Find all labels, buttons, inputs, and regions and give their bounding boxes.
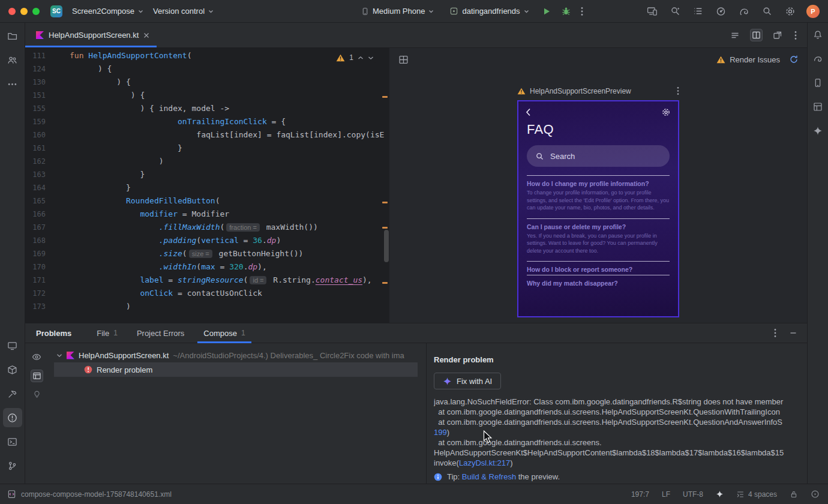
split-editor-button[interactable] bbox=[750, 29, 763, 41]
statusbar-file-widget[interactable]: compose-compose-model-1758748140651.xml bbox=[7, 490, 172, 499]
indent-widget[interactable]: 4 spaces bbox=[736, 490, 777, 499]
code-editor[interactable]: 111fun HelpAndSupportContent(124 ) {130 … bbox=[25, 48, 389, 323]
editor-tab[interactable]: HelpAndSupportScreen.kt bbox=[25, 23, 157, 47]
faq-question[interactable]: Can I pause or delete my profile? bbox=[527, 223, 670, 230]
caret-position-widget[interactable]: 197:7 bbox=[631, 490, 649, 499]
chevron-down-icon[interactable] bbox=[56, 353, 62, 358]
line-separator-widget[interactable]: LF bbox=[662, 490, 670, 499]
inspection-highlight-widget[interactable] bbox=[811, 490, 820, 499]
phone-preview[interactable]: FAQ Search How do I change my profile in… bbox=[517, 100, 679, 317]
minimize-window-button[interactable] bbox=[20, 8, 28, 15]
ai-search-button[interactable] bbox=[668, 4, 682, 18]
editor-scrollbar-thumb[interactable] bbox=[384, 230, 389, 262]
preview-card-header[interactable]: HelpAndSupportScreenPreview bbox=[517, 86, 679, 95]
tab-project-errors[interactable]: Project Errors bbox=[127, 323, 194, 343]
warning-stripe-mark[interactable] bbox=[382, 202, 388, 203]
code-area[interactable]: 111fun HelpAndSupportContent(124 ) {130 … bbox=[25, 48, 389, 313]
stack-link[interactable]: LazyDsl.kt:217 bbox=[459, 458, 510, 467]
code-line[interactable]: 161 } bbox=[25, 142, 389, 155]
fix-with-ai-button[interactable]: Fix with AI bbox=[434, 373, 501, 389]
faq-question[interactable]: Why did my match disappear? bbox=[527, 280, 670, 287]
close-window-button[interactable] bbox=[8, 8, 16, 15]
code-line[interactable]: 166 modifier = Modifier bbox=[25, 208, 389, 221]
close-tab-icon[interactable] bbox=[143, 32, 149, 38]
profile-avatar[interactable]: P bbox=[806, 5, 820, 18]
layout-inspector-tool-button[interactable] bbox=[809, 98, 826, 115]
more-tool-windows-button[interactable] bbox=[3, 74, 22, 94]
code-line[interactable]: 160 faqList[index] = faqList[index].copy… bbox=[25, 128, 389, 142]
tab-file[interactable]: File 1 bbox=[87, 323, 127, 343]
run-button[interactable] bbox=[540, 5, 553, 18]
gemini-tool-button[interactable] bbox=[809, 122, 826, 139]
panel-options-button[interactable] bbox=[772, 326, 778, 340]
terminal-tool-button[interactable] bbox=[3, 432, 22, 451]
code-line[interactable]: 172 onClick = contactUsOnClick bbox=[25, 287, 389, 300]
todo-list-button[interactable] bbox=[691, 4, 705, 18]
vcs-menu[interactable]: Version control bbox=[148, 4, 218, 18]
gradle-sync-button[interactable] bbox=[737, 4, 751, 18]
code-line[interactable]: 164 } bbox=[25, 181, 389, 194]
run-configuration-selector[interactable]: datingandfriends bbox=[445, 4, 533, 18]
project-tool-button[interactable] bbox=[3, 26, 22, 46]
refresh-icon[interactable] bbox=[789, 55, 799, 64]
code-line[interactable]: 130 ) { bbox=[25, 76, 389, 89]
search-everywhere-button[interactable] bbox=[760, 4, 774, 18]
inspection-widget[interactable]: 1 bbox=[334, 52, 376, 63]
render-issues-widget[interactable]: Render Issues bbox=[716, 55, 799, 64]
details-view-button[interactable] bbox=[31, 370, 43, 382]
code-line[interactable]: 163 } bbox=[25, 168, 389, 181]
preview-layout-button[interactable] bbox=[397, 53, 410, 67]
version-control-tool-button[interactable] bbox=[3, 456, 22, 475]
editor-options-button[interactable] bbox=[793, 29, 799, 42]
code-line[interactable]: 124 ) { bbox=[25, 62, 389, 76]
problems-tree-file-row[interactable]: HelpAndSupportScreen.kt ~/AndroidStudioP… bbox=[48, 348, 426, 362]
prev-issue-icon[interactable] bbox=[358, 56, 364, 60]
kebab-menu-icon[interactable] bbox=[677, 86, 679, 95]
hide-panel-button[interactable] bbox=[788, 328, 799, 338]
warning-stripe-mark[interactable] bbox=[382, 96, 388, 98]
code-line[interactable]: 168 .padding(vertical = 36.dp) bbox=[25, 234, 389, 247]
build-refresh-link[interactable]: Build & Refresh bbox=[462, 472, 516, 481]
more-run-actions-button[interactable] bbox=[579, 5, 585, 18]
faq-search-bar[interactable]: Search bbox=[527, 145, 670, 167]
warning-stripe-mark[interactable] bbox=[382, 227, 388, 229]
device-selector[interactable]: Medium Phone bbox=[356, 4, 439, 19]
quickfix-bulb-button[interactable] bbox=[31, 388, 43, 401]
back-arrow-icon[interactable] bbox=[526, 108, 531, 116]
gradle-tool-button[interactable] bbox=[809, 50, 826, 67]
code-line[interactable]: 173 ) bbox=[25, 300, 389, 313]
faq-question[interactable]: How do I block or report someone? bbox=[527, 266, 670, 273]
device-manager-tool-button[interactable] bbox=[809, 74, 826, 91]
code-line[interactable]: 159 onTrailingIconClick = { bbox=[25, 115, 389, 128]
profiler-button[interactable] bbox=[714, 4, 728, 18]
tab-compose[interactable]: Compose 1 bbox=[194, 323, 254, 343]
settings-button[interactable] bbox=[783, 4, 797, 19]
collaboration-tool-button[interactable] bbox=[3, 50, 22, 70]
problems-tool-button[interactable] bbox=[3, 408, 22, 427]
device-explorer-tool-button[interactable] bbox=[3, 360, 22, 379]
code-line[interactable]: 162 ) bbox=[25, 155, 389, 168]
encoding-widget[interactable]: UTF-8 bbox=[683, 490, 703, 499]
code-line[interactable]: 151 ) { bbox=[25, 89, 389, 102]
zoom-window-button[interactable] bbox=[32, 8, 40, 15]
project-menu[interactable]: Screen2Compose bbox=[67, 4, 148, 18]
running-devices-tool-button[interactable] bbox=[3, 336, 22, 355]
ai-status-widget[interactable] bbox=[716, 490, 724, 498]
debug-button[interactable] bbox=[559, 4, 573, 18]
build-tool-button[interactable] bbox=[3, 384, 22, 403]
code-line[interactable]: 171 label = stringResource(id = R.string… bbox=[25, 274, 389, 287]
problems-tree-problem-row[interactable]: Render problem bbox=[54, 362, 418, 377]
code-line[interactable]: 167 .fillMaxWidth(fraction = maxWidth()) bbox=[25, 221, 389, 234]
preview-toggle-button[interactable] bbox=[30, 350, 43, 364]
code-line[interactable]: 165 RoundedFilledButton( bbox=[25, 194, 389, 208]
detach-editor-button[interactable] bbox=[771, 29, 784, 42]
next-issue-icon[interactable] bbox=[368, 56, 374, 60]
warning-stripe-mark[interactable] bbox=[382, 282, 388, 284]
notifications-button[interactable] bbox=[809, 26, 826, 43]
device-mirroring-button[interactable] bbox=[645, 4, 659, 18]
code-line[interactable]: 155 ) { index, model -> bbox=[25, 102, 389, 115]
stack-link[interactable]: 199 bbox=[434, 428, 447, 437]
editor-list-button[interactable] bbox=[728, 29, 742, 42]
faq-question[interactable]: How do I change my profile information? bbox=[527, 180, 670, 187]
code-line[interactable]: 169 .size(size = getButtonHeight()) bbox=[25, 247, 389, 260]
